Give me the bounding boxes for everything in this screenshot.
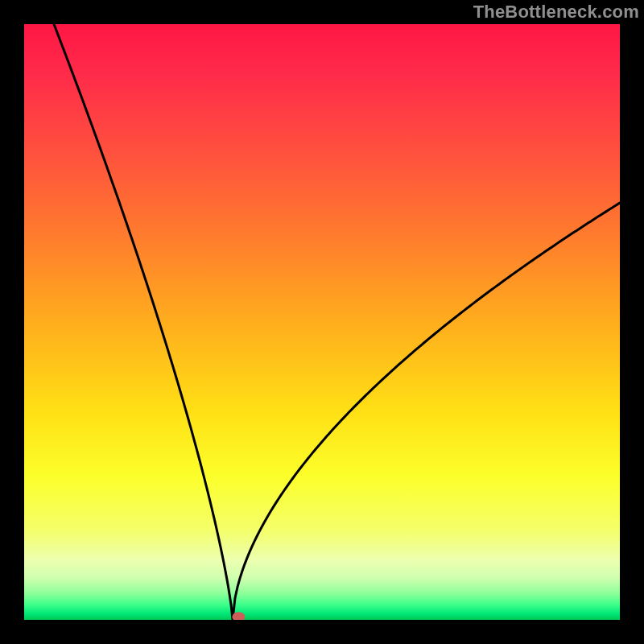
- chart-container: { "watermark": "TheBottleneck.com", "cha…: [0, 0, 644, 644]
- chart-svg: [24, 24, 620, 620]
- watermark-text: TheBottleneck.com: [473, 2, 639, 23]
- gradient-background: [24, 24, 620, 620]
- plot-area: [24, 24, 620, 620]
